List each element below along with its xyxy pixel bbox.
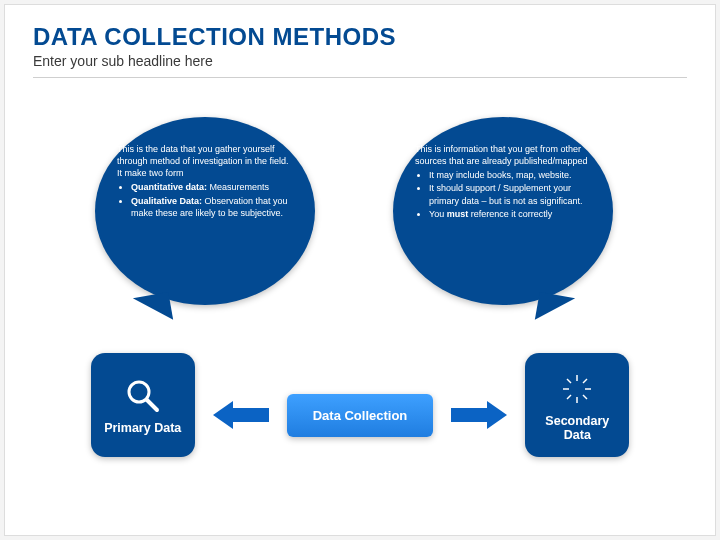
burst-icon [556, 368, 598, 410]
svg-line-5 [583, 395, 587, 399]
svg-line-7 [567, 395, 571, 399]
primary-item: Qualitative Data: Observation that you m… [131, 195, 293, 219]
arrow-right-icon [451, 401, 507, 429]
primary-intro: This is the data that you gather yoursel… [117, 143, 293, 179]
primary-item: Quantitative data: Measurements [131, 181, 293, 193]
divider [33, 77, 687, 78]
speech-bubble-secondary: This is information that you get from ot… [393, 117, 613, 305]
arrow-left-icon [213, 401, 269, 429]
secondary-list: It may include books, map, website. It s… [415, 169, 591, 220]
svg-line-3 [583, 379, 587, 383]
speech-bubble-primary: This is the data that you gather yoursel… [95, 117, 315, 305]
magnifier-icon [122, 375, 164, 417]
bubble-tail [535, 292, 575, 326]
secondary-data-node: Secondary Data [525, 353, 629, 457]
secondary-intro: This is information that you get from ot… [415, 143, 591, 167]
flow-row: Primary Data Data Collection [5, 353, 715, 457]
primary-node-label: Primary Data [104, 421, 181, 435]
center-pill: Data Collection [287, 394, 434, 437]
bubble-tail [133, 292, 173, 326]
secondary-node-label: Secondary Data [531, 414, 623, 442]
page-title: DATA COLLECTION METHODS [5, 5, 715, 51]
primary-data-node: Primary Data [91, 353, 195, 457]
svg-line-1 [147, 400, 157, 410]
secondary-item: You must reference it correctly [429, 208, 591, 220]
secondary-item: It should support / Supplement your prim… [429, 182, 591, 206]
center-label: Data Collection [313, 408, 408, 423]
primary-list: Quantitative data: Measurements Qualitat… [117, 181, 293, 218]
slide: DATA COLLECTION METHODS Enter your sub h… [4, 4, 716, 536]
svg-line-9 [567, 379, 571, 383]
secondary-item: It may include books, map, website. [429, 169, 591, 181]
page-subtitle: Enter your sub headline here [5, 51, 715, 69]
